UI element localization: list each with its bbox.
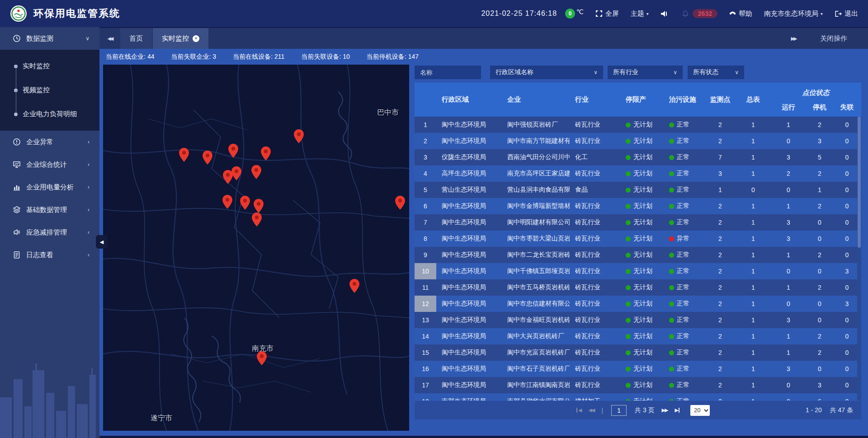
sidebar-subitem[interactable]: 实时监控 <box>0 54 99 78</box>
sidebar-item-6[interactable]: 日志查看‹ <box>0 244 99 266</box>
first-page-button[interactable]: ◀ <box>576 407 581 413</box>
cell-stop_limit: 无计划 <box>620 231 664 247</box>
last-page-button[interactable]: ▶ <box>675 407 680 413</box>
tabs-scroll-right-button[interactable]: ▶▶ <box>783 36 804 42</box>
industry-filter-select[interactable]: 所有行业∨ <box>608 66 683 79</box>
prev-page-button[interactable]: ◀◀ <box>588 407 594 413</box>
app-title: 环保用电监管系统 <box>33 7 120 20</box>
map-pin-icon[interactable] <box>251 165 261 179</box>
close-operations-button[interactable]: 关闭操作 <box>820 34 847 43</box>
help-button[interactable]: 帮助 <box>729 9 752 18</box>
map-pin-icon[interactable] <box>203 151 212 165</box>
map-pin-icon[interactable] <box>254 199 264 213</box>
map-pin-icon[interactable] <box>222 195 232 209</box>
stat-item: 当前失联设备:10 <box>301 53 349 61</box>
map-pin-icon[interactable] <box>349 279 359 293</box>
map-pin-icon[interactable] <box>395 196 405 210</box>
status-dot-green <box>626 236 631 241</box>
map-pin-icon[interactable] <box>231 166 241 180</box>
logout-button[interactable]: 退出 <box>835 9 858 18</box>
table-row[interactable]: 18南部生态环境局南部县砌华水泥有限公建材加工无计划正常21060 <box>415 393 861 400</box>
cell-no: 18 <box>415 393 436 400</box>
status-dot-green <box>626 399 631 401</box>
table-row[interactable]: 3仪陇生态环境局西南油气田分公司川中化工无计划正常71350 <box>415 149 861 165</box>
sidebar-collapse-button[interactable]: ◀ <box>96 235 108 249</box>
sidebar-item-2[interactable]: 企业综合统计‹ <box>0 153 99 176</box>
fullscreen-icon <box>595 10 603 17</box>
fullscreen-button[interactable]: 全屏 <box>595 9 619 18</box>
table-row[interactable]: 4高坪生态环境局南充市高坪区王家店建砖瓦行业无计划正常31220 <box>415 165 861 182</box>
map[interactable]: 巴中市南充市遂宁市 <box>103 65 409 431</box>
sidebar-item-4[interactable]: 基础数据管理‹ <box>0 198 99 221</box>
table-row[interactable]: 7阆中生态环境局阆中明阳建材有限公司砖瓦行业无计划正常21300 <box>415 214 861 231</box>
cell-industry: 砖瓦行业 <box>570 231 620 247</box>
chevron-down-icon: ∨ <box>673 69 677 75</box>
temperature-badge: 0 <box>565 9 575 19</box>
region-filter-select[interactable]: 行政区域名称∨ <box>490 66 603 79</box>
cell-running: 0 <box>770 296 807 312</box>
table-row[interactable]: 11阆中生态环境局阆中市五马桥页岩机砖砖瓦行业无计划正常21120 <box>415 279 861 296</box>
cell-no: 13 <box>415 312 436 328</box>
page-number-input[interactable] <box>611 405 627 416</box>
map-pin-icon[interactable] <box>294 129 304 143</box>
cell-stopped: 1 <box>807 182 833 198</box>
next-page-button[interactable]: ▶▶ <box>662 407 668 413</box>
cell-region: 阆中生态环境局 <box>436 377 502 393</box>
cell-monitor_points: 2 <box>704 247 736 263</box>
table-row[interactable]: 6阆中生态环境局阆中市金博瑞新型墙材砖瓦行业无计划正常21120 <box>415 198 861 214</box>
table-row[interactable]: 8阆中生态环境局阆中市枣碧大梁山页岩砖瓦行业无计划异常21300 <box>415 231 861 247</box>
status-filter-select[interactable]: 所有状态∨ <box>688 66 744 79</box>
log-icon <box>13 251 21 259</box>
map-pin-icon[interactable] <box>228 144 238 158</box>
table-row[interactable]: 1阆中生态环境局阆中强锐页岩砖厂砖瓦行业无计划正常21120 <box>415 117 861 133</box>
table-row[interactable]: 17阆中生态环境局阆中市江南镇阆南页岩砖瓦行业无计划正常21030 <box>415 377 861 393</box>
table-row[interactable]: 12阆中生态环境局阆中市忠信建材有限公砖瓦行业无计划正常21003 <box>415 296 861 312</box>
tab-close-icon[interactable]: ✕ <box>193 35 199 42</box>
map-pin-icon[interactable] <box>257 351 267 365</box>
org-dropdown[interactable]: 南充市生态环境局▾ <box>764 9 823 18</box>
table-row[interactable]: 16阆中生态环境局阆中市石子页岩机砖厂砖瓦行业无计划正常21300 <box>415 361 861 377</box>
sidebar-subitem[interactable]: 企业电力负荷明细 <box>0 102 99 126</box>
theme-dropdown[interactable]: 主题▾ <box>631 9 649 18</box>
table-row[interactable]: 5营山生态环境局营山县润丰肉食品有限食品无计划正常10010 <box>415 182 861 198</box>
cell-stopped: 0 <box>807 263 833 279</box>
cell-running: 1 <box>770 279 807 296</box>
map-pin-icon[interactable] <box>252 212 262 226</box>
cell-company: 阆中明阳建材有限公司 <box>502 214 570 231</box>
cell-total_meter: 1 <box>736 263 770 279</box>
stat-item: 当前在线设备:211 <box>233 53 284 61</box>
cell-stop_limit: 无计划 <box>620 312 664 328</box>
sound-toggle[interactable] <box>660 10 670 17</box>
table-row[interactable]: 2阆中生态环境局阆中市南方节能建材有砖瓦行业无计划正常21030 <box>415 133 861 149</box>
cell-no: 1 <box>415 117 436 133</box>
name-filter-field[interactable] <box>420 69 476 76</box>
cell-running: 0 <box>770 377 807 393</box>
status-dot-green <box>669 122 674 127</box>
map-pin-icon[interactable] <box>240 196 250 210</box>
table-scrollbar[interactable] <box>857 117 861 400</box>
tab-1[interactable]: 实时监控✕ <box>153 28 208 49</box>
sidebar-item-label: 企业用电量分析 <box>26 183 74 192</box>
status-dot-green <box>626 301 631 306</box>
cell-total_meter: 1 <box>736 198 770 214</box>
map-pin-icon[interactable] <box>179 148 189 162</box>
sidebar-item-0[interactable]: 数据监测∨ <box>0 27 99 50</box>
status-dot-green <box>669 269 674 274</box>
phone-icon <box>729 10 736 17</box>
sidebar-item-1[interactable]: 企业异常‹ <box>0 131 99 153</box>
notifications[interactable]: 2632 <box>682 9 717 18</box>
sidebar-subitem[interactable]: 视频监控 <box>0 78 99 102</box>
table-row[interactable]: 15阆中生态环境局阆中市光富页岩机砖厂砖瓦行业无计划正常21120 <box>415 344 861 361</box>
tabs-scroll-left-button[interactable]: ◀◀ <box>99 28 120 49</box>
table-row[interactable]: 9阆中生态环境局阆中市二龙长宝页岩砖砖瓦行业无计划正常21120 <box>415 247 861 263</box>
name-filter-input[interactable] <box>415 66 481 79</box>
tab-0[interactable]: 首页 <box>120 28 152 49</box>
sidebar-item-3[interactable]: 企业用电量分析‹ <box>0 176 99 198</box>
table-row[interactable]: 13阆中生态环境局阆中市金福旺页岩机砖砖瓦行业无计划正常21300 <box>415 312 861 328</box>
sidebar-item-5[interactable]: 应急减排管理‹ <box>0 221 99 244</box>
cell-region: 阆中生态环境局 <box>436 328 502 344</box>
page-size-select[interactable]: 20 <box>690 405 710 416</box>
table-row[interactable]: 14阆中生态环境局阆中大兴页岩机砖厂砖瓦行业无计划正常21120 <box>415 328 861 344</box>
map-pin-icon[interactable] <box>261 146 271 160</box>
table-row[interactable]: 10阆中生态环境局阆中千佛镇五郎垭页岩砖瓦行业无计划正常21003 <box>415 263 861 279</box>
